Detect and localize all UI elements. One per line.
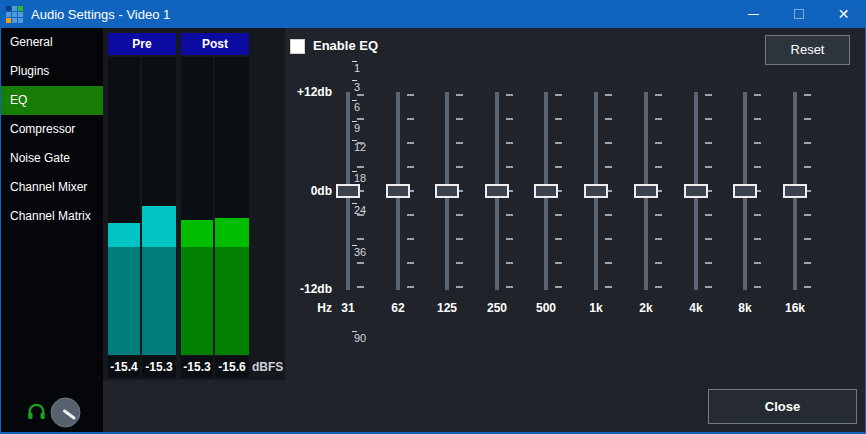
- eq-slider-tick: [705, 286, 712, 288]
- eq-freq-label-4k: 4k: [676, 300, 716, 316]
- eq-slider-tick: [555, 262, 562, 264]
- audio-settings-window: Audio Settings - Video 1 ✕ GeneralPlugin…: [0, 0, 866, 434]
- meter-scale-number: 9: [352, 120, 360, 136]
- eq-freq-label-250: 250: [477, 300, 517, 316]
- eq-slider-tick: [804, 142, 811, 144]
- eq-slider-tick: [555, 238, 562, 240]
- eq-slider-tick: [555, 214, 562, 216]
- eq-slider-tick: [456, 94, 463, 96]
- eq-slider-tick: [456, 214, 463, 216]
- minimize-button[interactable]: [731, 0, 776, 28]
- meter-scale-label-6: 6: [352, 99, 360, 115]
- eq-slider-tick: [407, 118, 414, 120]
- eq-slider-tick: [655, 262, 662, 264]
- eq-slider-tick: [705, 262, 712, 264]
- meter-bar-peak-segment: [181, 220, 213, 247]
- eq-slider-thumb-62[interactable]: [386, 184, 410, 198]
- eq-slider-tick: [705, 166, 712, 168]
- eq-slider-thumb-31[interactable]: [336, 184, 360, 198]
- meter-bar-peak-segment: [142, 206, 176, 247]
- monitor-volume-knob[interactable]: [50, 397, 81, 428]
- enable-eq-label: Enable EQ: [313, 38, 378, 53]
- meter-scale-tick: [352, 245, 357, 246]
- eq-slider-tick: [655, 118, 662, 120]
- eq-slider-tick: [407, 238, 414, 240]
- eq-slider-tick: [456, 166, 463, 168]
- eq-slider-thumb-1k[interactable]: [584, 184, 608, 198]
- eq-slider-tick: [754, 166, 761, 168]
- meter-bar-segment: [108, 247, 140, 355]
- eq-slider-tick: [605, 94, 612, 96]
- eq-freq-label-8k: 8k: [725, 300, 765, 316]
- window-controls: ✕: [731, 0, 866, 28]
- eq-slider-tick: [804, 118, 811, 120]
- eq-freq-label-2k: 2k: [626, 300, 666, 316]
- eq-slider-tick: [754, 118, 761, 120]
- eq-slider-tick: [605, 214, 612, 216]
- eq-slider-tick: [506, 238, 513, 240]
- eq-slider-tick: [804, 238, 811, 240]
- eq-slider-tick: [655, 214, 662, 216]
- logo-square: [6, 6, 11, 11]
- eq-slider-tick: [754, 214, 761, 216]
- sidebar-item-eq[interactable]: EQ: [0, 86, 103, 115]
- eq-slider-tick: [705, 238, 712, 240]
- enable-eq-checkbox[interactable]: [290, 39, 305, 54]
- eq-slider-thumb-8k[interactable]: [733, 184, 757, 198]
- close-button[interactable]: Close: [708, 389, 857, 424]
- minimize-icon: [748, 14, 759, 15]
- sidebar-item-compressor[interactable]: Compressor: [0, 115, 103, 144]
- meter-value: -15.6: [215, 356, 249, 378]
- logo-square: [12, 12, 17, 17]
- eq-slider-tick: [804, 286, 811, 288]
- eq-slider-thumb-125[interactable]: [435, 184, 459, 198]
- eq-slider-tick: [357, 118, 364, 120]
- eq-freq-label-1k: 1k: [576, 300, 616, 316]
- eq-slider-tick: [407, 214, 414, 216]
- eq-slider-tick: [754, 262, 761, 264]
- meter-bar-segment: [142, 247, 176, 355]
- eq-slider-tick: [357, 94, 364, 96]
- close-window-button[interactable]: ✕: [821, 0, 866, 28]
- eq-slider-thumb-16k[interactable]: [783, 184, 807, 198]
- maximize-button: [776, 0, 821, 28]
- sidebar-item-plugins[interactable]: Plugins: [0, 57, 103, 86]
- meter-scale-number: 6: [352, 99, 360, 115]
- eq-slider-tick: [605, 166, 612, 168]
- logo-square: [18, 18, 23, 23]
- sidebar-item-general[interactable]: General: [0, 28, 103, 57]
- eq-slider-tick: [655, 142, 662, 144]
- eq-slider-tick: [754, 238, 761, 240]
- sidebar-item-noise-gate[interactable]: Noise Gate: [0, 144, 103, 173]
- meter-value: -15.4: [108, 356, 140, 378]
- eq-slider-tick: [506, 262, 513, 264]
- eq-slider-tick: [555, 94, 562, 96]
- meter-scale-tick: [352, 80, 357, 81]
- eq-slider-tick: [506, 286, 513, 288]
- eq-axis-minus12-label: -12db: [270, 281, 332, 297]
- headphones-icon[interactable]: [26, 401, 47, 422]
- meter-bar-peak-segment: [215, 218, 249, 247]
- eq-slider-tick: [605, 262, 612, 264]
- eq-slider-thumb-2k[interactable]: [634, 184, 658, 198]
- eq-slider-thumb-500[interactable]: [534, 184, 558, 198]
- sidebar-item-channel-mixer[interactable]: Channel Mixer: [0, 173, 103, 202]
- meter-scale-number: 1: [352, 60, 360, 76]
- eq-freq-label-16k: 16k: [775, 300, 815, 316]
- post-meter-header: Post: [181, 33, 249, 55]
- sidebar-item-channel-matrix[interactable]: Channel Matrix: [0, 202, 103, 231]
- eq-slider-tick: [705, 142, 712, 144]
- meter-scale-tick: [352, 61, 357, 62]
- eq-slider-tick: [456, 238, 463, 240]
- eq-slider-thumb-4k[interactable]: [684, 184, 708, 198]
- eq-slider-tick: [655, 286, 662, 288]
- meter-scale-number: 3: [352, 79, 360, 95]
- eq-slider-tick: [456, 118, 463, 120]
- meter-scale-label-3: 3: [352, 79, 360, 95]
- eq-slider-thumb-250[interactable]: [485, 184, 509, 198]
- eq-freq-label-62: 62: [378, 300, 418, 316]
- reset-button[interactable]: Reset: [765, 35, 850, 65]
- meter-panel: Pre Post dBFS -15.4-15.3-15.3-15.6136912…: [103, 28, 285, 380]
- eq-axis-plus12-label: +12db: [270, 84, 332, 100]
- eq-axis-hz-label: Hz: [270, 300, 332, 316]
